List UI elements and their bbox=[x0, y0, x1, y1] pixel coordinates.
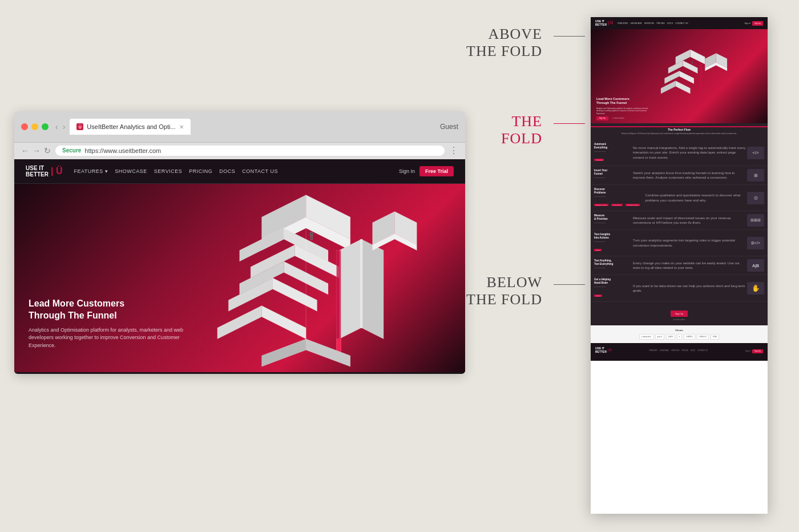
feature-test-name: Test Anything,Test Everything bbox=[594, 259, 628, 266]
website-content: USE ITBETTER | Ü FEATURES ▾ SHOWCASE SER… bbox=[14, 159, 465, 374]
nav-controls: ← → ↻ bbox=[21, 146, 51, 155]
preview-nav-services: SERVICES bbox=[644, 22, 655, 25]
feature-hand-icon: ✋ bbox=[747, 282, 764, 295]
forward-button[interactable]: › bbox=[63, 122, 66, 131]
free-trial-button[interactable]: Free Trial bbox=[419, 166, 454, 176]
back-button[interactable]: ‹ bbox=[55, 122, 58, 131]
refresh-nav[interactable]: ↻ bbox=[44, 146, 51, 155]
hero-title: Lead More CustomersThrough The Funnel bbox=[29, 298, 188, 322]
preview-footer-logo: USE ITBETTER | Ü bbox=[595, 346, 611, 353]
forward-nav[interactable]: → bbox=[33, 146, 41, 155]
footer-services: SERVICES bbox=[671, 349, 679, 352]
client-italiaonline: ● italiaonline bbox=[639, 334, 653, 340]
address-bar-row: ← → ↻ Secure https://www.useitbetter.com… bbox=[14, 143, 465, 159]
fold-horizontal-line bbox=[591, 126, 768, 127]
svg-marker-30 bbox=[679, 71, 694, 84]
feature-invert-desc: Switch your analytics focus from trackin… bbox=[631, 171, 747, 180]
address-bar[interactable]: Secure https://www.useitbetter.com bbox=[55, 146, 445, 156]
feature-test-label: Learn more about bbox=[594, 267, 628, 269]
site-nav-links: FEATURES ▾ SHOWCASE SERVICES PRICING DOC… bbox=[74, 168, 277, 174]
feature-test: Test Anything,Test Everything Learn more… bbox=[591, 256, 768, 275]
client-linx: LiNX4 bbox=[666, 334, 675, 340]
svg-marker-32 bbox=[676, 81, 691, 94]
nav-docs[interactable]: DOCS bbox=[219, 168, 235, 174]
svg-rect-13 bbox=[360, 239, 362, 328]
logo-text: USE ITBETTER bbox=[26, 165, 49, 178]
feature-tag-triggers: Triggers bbox=[594, 249, 602, 251]
feature-discover: DiscoverProblems Learn more about Behavi… bbox=[591, 185, 768, 211]
feature-test-desc: Every change you make on your website ca… bbox=[631, 261, 747, 271]
feature-measure-desc: Measure scale and impact of discovered i… bbox=[631, 216, 747, 225]
feature-invert-left: Invert YourFunnel Learn more about bbox=[594, 169, 628, 182]
svg-marker-12 bbox=[339, 239, 361, 339]
footer-features: FEATURES bbox=[649, 349, 657, 352]
feature-discover-name: DiscoverProblems bbox=[594, 188, 640, 195]
logo-icon: | Ü bbox=[51, 166, 62, 176]
preview-nav-links: FEATURES SHOWCASE SERVICES PRICING DOCS … bbox=[618, 22, 688, 25]
browser-tab[interactable]: Ü UseItBetter Analytics and Opti... ✕ bbox=[70, 119, 190, 135]
feature-insights-right: Turn your analytics segments into target… bbox=[631, 233, 764, 253]
feature-tag-form: Form Analytics bbox=[611, 204, 622, 206]
tab-title: UseItBetter Analytics and Opti... bbox=[87, 123, 175, 130]
nav-showcase[interactable]: SHOWCASE bbox=[115, 168, 147, 174]
footer-showcase: SHOWCASE bbox=[660, 349, 669, 352]
nav-contact[interactable]: CONTACT US bbox=[242, 168, 278, 174]
above-fold-line bbox=[554, 36, 585, 37]
feature-hand-right: If you want to be data-driven we can hel… bbox=[631, 278, 764, 298]
preview-nav-features: FEATURES bbox=[618, 22, 628, 25]
feature-insights-icon: ⊞</> bbox=[747, 237, 764, 249]
feature-test-icon: A|B bbox=[747, 259, 764, 272]
tab-close-button[interactable]: ✕ bbox=[179, 124, 184, 130]
browser-nav: ‹ › bbox=[55, 122, 65, 131]
svg-rect-22 bbox=[310, 235, 313, 240]
feature-discover-icon: ◎ bbox=[747, 192, 764, 204]
feature-discover-left: DiscoverProblems Learn more about Behavi… bbox=[594, 188, 640, 208]
feature-discover-label: Learn more about bbox=[594, 196, 640, 198]
browser-menu[interactable]: ⋮ bbox=[449, 145, 458, 156]
feature-insights-label: Learn more about bbox=[594, 241, 628, 243]
preview-signup-btn: Sign Up bbox=[752, 21, 763, 26]
feature-invert-desc-label: Learn more about bbox=[594, 177, 628, 179]
feature-invert-icon: ⊞ bbox=[747, 169, 764, 182]
below-fold-label: BELOWTHE FOLD bbox=[466, 274, 542, 308]
svg-marker-24 bbox=[262, 339, 306, 367]
browser-mockup: ‹ › Ü UseItBetter Analytics and Opti... … bbox=[14, 111, 465, 374]
preview-bottom-cta: Sign Up bbox=[671, 311, 688, 317]
feature-measure-right: Measure scale and impact of discovered i… bbox=[631, 214, 764, 227]
footer-docs: DOCS bbox=[691, 349, 695, 352]
the-fold-annotation: THEFOLD bbox=[501, 113, 585, 147]
preview-nav-pricing: PRICING bbox=[656, 22, 665, 25]
nav-services[interactable]: SERVICES bbox=[154, 168, 182, 174]
feature-measure-name: Measure& Prioritize bbox=[594, 214, 628, 221]
nav-pricing[interactable]: PRICING bbox=[189, 168, 212, 174]
hero-subtitle: Analytics and Optimisation platform for … bbox=[29, 327, 188, 350]
preview-nav-contact: CONTACT US bbox=[675, 22, 688, 25]
page-preview: USE ITBETTER | Ü FEATURES SHOWCASE SERVI… bbox=[591, 17, 768, 514]
feature-test-left: Test Anything,Test Everything Learn more… bbox=[594, 259, 628, 272]
client-play: PLAY bbox=[711, 334, 719, 340]
dot-maximize[interactable] bbox=[42, 123, 49, 130]
feature-measure-left: Measure& Prioritize Learn more about bbox=[594, 214, 628, 227]
dot-minimize[interactable] bbox=[31, 123, 38, 130]
nav-features[interactable]: FEATURES ▾ bbox=[74, 168, 108, 174]
preview-cta-link: or book a demo bbox=[612, 117, 624, 119]
client-e: e bbox=[677, 334, 683, 340]
footer-signup: Sign Up bbox=[752, 349, 763, 353]
the-fold-line bbox=[554, 123, 585, 124]
site-nav: USE ITBETTER | Ü FEATURES ▾ SHOWCASE SER… bbox=[14, 159, 465, 184]
client-virgilio: ViRGiLiO bbox=[697, 334, 708, 340]
clients-title: Clients bbox=[595, 329, 763, 332]
feature-autotrack-desc: No more manual integrations. Add a singl… bbox=[631, 146, 747, 160]
url-text: https://www.useitbetter.com bbox=[84, 147, 161, 154]
dot-close[interactable] bbox=[21, 123, 28, 130]
preview-footer-top: USE ITBETTER | Ü FEATURES SHOWCASE SERVI… bbox=[595, 346, 763, 355]
feature-tag-heatmap: Heat Maps & Replays bbox=[626, 204, 640, 206]
preview-inner: USE ITBETTER | Ü FEATURES SHOWCASE SERVI… bbox=[591, 17, 768, 514]
back-nav[interactable]: ← bbox=[21, 146, 29, 155]
svg-rect-34 bbox=[700, 65, 702, 98]
feature-tag-behavioural: Behavioural Analytics bbox=[594, 204, 608, 206]
svg-marker-11 bbox=[361, 239, 384, 339]
svg-rect-17 bbox=[337, 250, 341, 350]
feature-autotrack-left: AutotrackEverything Learn more about Aut… bbox=[594, 143, 628, 163]
sign-in-link[interactable]: Sign In bbox=[399, 168, 415, 174]
